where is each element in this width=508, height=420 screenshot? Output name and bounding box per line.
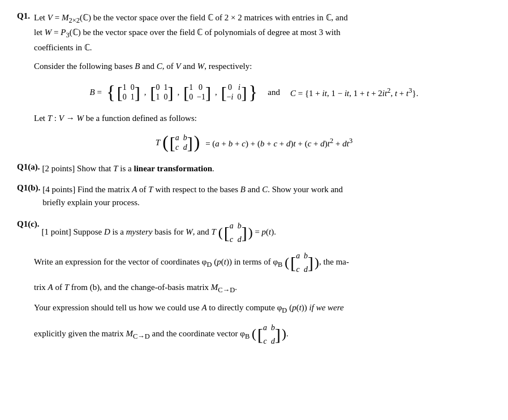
C-label: C = {1 + it, 1 − it, 1 + t + 2it2, t + t…: [290, 86, 419, 98]
q1c-T-expr: ( [ ab cd ] ): [218, 219, 253, 246]
q1b-points: [4 points]: [42, 185, 75, 194]
phi-D-sub1: D: [206, 261, 212, 269]
matrix-4: [ 0i −i0 ]: [221, 83, 247, 102]
matrix-1-inner: 10 01: [123, 83, 135, 102]
q1a-text: [2 points] Show that T is a linear trans…: [42, 162, 491, 175]
big-lparen: (: [162, 135, 169, 150]
left-bracket-2: [: [150, 85, 156, 100]
q1a-points: [2 points]: [42, 164, 75, 173]
left-brace: {: [106, 83, 115, 102]
matrix-2-inner: 01 10: [156, 83, 167, 102]
q1a-block: Q1(a). [2 points] Show that T is a linea…: [17, 162, 491, 175]
q1c-phi-lparen: (: [285, 257, 289, 269]
q1c-last-lparen: (: [252, 328, 256, 340]
B-label: B =: [90, 88, 102, 97]
q1c-right-bracket: ]: [242, 225, 247, 240]
func-formula: = (a + b + c) + (b + c + d)t + (c + d)t2…: [205, 137, 352, 149]
q1c-last-inner-mat: [ ab cd ]: [257, 321, 281, 348]
q1c-phi-mat-inner: ab cd: [296, 249, 308, 276]
q1c-matrix-inner: ab cd: [230, 219, 242, 246]
q1c-line2: trix A of T from (b), and the change-of-…: [34, 280, 491, 296]
func-def: Let T : V → W be a function defined as f…: [34, 112, 491, 125]
matrix-2: [ 01 10 ]: [150, 83, 173, 102]
comma-2: ,: [177, 88, 179, 97]
q1c-line4: explicitly given the matrix MC→D and the…: [34, 321, 491, 348]
page: Q1. Let V = M2×2(ℂ) be the vector space …: [17, 11, 491, 348]
T-left-bracket: [: [170, 135, 175, 150]
q1c-points: [1 point]: [42, 227, 71, 236]
right-brace: }: [248, 83, 257, 102]
consider-line: Consider the following bases B and C, of…: [34, 60, 491, 73]
left-bracket-3: [: [183, 85, 189, 100]
q1c-last-matrix: ( [ ab cd ] ): [252, 321, 286, 348]
q1-text: Let V = M2×2(ℂ) be the vector space over…: [34, 11, 491, 54]
big-rparen: ): [194, 135, 200, 150]
q1-header: Q1. Let V = M2×2(ℂ) be the vector space …: [17, 11, 491, 54]
q1c-phi-rb: ]: [308, 255, 313, 270]
matrix-3-inner: 10 0−1: [189, 83, 205, 102]
q1c-last-rb: ]: [275, 327, 281, 342]
comma-3: ,: [215, 88, 217, 97]
q1c-phi-inner-mat: [ ab cd ]: [290, 249, 313, 276]
q1c-phi-matrix: ( [ ab cd ] ): [285, 249, 319, 276]
q1c-line3: Your expression should tell us how we co…: [34, 301, 491, 317]
q1c-matrix: [ ab cd ]: [224, 219, 247, 246]
comma-1: ,: [144, 88, 147, 97]
M-sub-CD2: C→D: [133, 332, 150, 340]
q1a-header: Q1(a). [2 points] Show that T is a linea…: [17, 162, 491, 175]
phi-B-sub1: B: [278, 261, 282, 269]
right-bracket-2: ]: [167, 85, 173, 100]
q1c-label: Q1(c).: [17, 219, 40, 246]
phi-D-sub2: D: [282, 306, 287, 314]
and-label: and: [268, 88, 280, 97]
q1c-big-rparen: ): [248, 227, 253, 239]
T-matrix-inner: ab cd: [175, 133, 187, 152]
T-right-bracket: ]: [187, 135, 193, 150]
q1b-header: Q1(b). [4 points] Find the matrix A of T…: [17, 183, 491, 210]
right-bracket-4: ]: [241, 85, 247, 100]
q1-label: Q1.: [17, 11, 34, 54]
T-matrix: [ ab cd ]: [170, 133, 193, 152]
q1c-last-mat-inner: ab cd: [263, 321, 275, 348]
phi-B-sub2: B: [245, 332, 249, 340]
right-bracket-3: ]: [205, 85, 211, 100]
left-bracket-1: [: [117, 85, 123, 100]
q1b-label: Q1(b).: [17, 183, 40, 210]
matrix-4-inner: 0i −i0: [227, 83, 242, 102]
basis-row: B = { [ 10 01 ] , [ 01 10 ] , [ 10: [17, 83, 491, 102]
q1b-text: [4 points] Find the matrix A of T with r…: [42, 183, 491, 210]
q1b-block: Q1(b). [4 points] Find the matrix A of T…: [17, 183, 491, 210]
func-center: T ( [ ab cd ] ) = (a + b + c) + (b + c +…: [17, 133, 491, 152]
q1c-big-lparen: (: [218, 227, 223, 239]
matrix-1: [ 10 01 ]: [117, 83, 140, 102]
q1c-body: Write an expression for the vector of co…: [34, 249, 491, 347]
q1c-header-text: [1 point] Suppose D is a mystery basis f…: [42, 219, 276, 246]
q1c-phi-lb: [: [290, 255, 296, 270]
q1c-block: Q1(c). [1 point] Suppose D is a mystery …: [17, 219, 491, 347]
q1c-phi-rparen: ): [315, 257, 319, 269]
q1c-last-lb: [: [257, 327, 263, 342]
q1c-last-rparen: ): [282, 328, 286, 340]
left-bracket-4: [: [221, 85, 227, 100]
M-sub-CD: C→D: [218, 286, 235, 294]
linear-transformation-bold: linear transformation: [134, 164, 212, 173]
T-symbol: T: [156, 138, 160, 148]
q1c-line1: Write an expression for the vector of co…: [34, 249, 491, 276]
q1c-header-row: Q1(c). [1 point] Suppose D is a mystery …: [17, 219, 491, 246]
q1c-left-bracket: [: [224, 225, 230, 240]
right-bracket-1: ]: [135, 85, 140, 100]
matrix-3: [ 10 0−1 ]: [183, 83, 211, 102]
q1a-label: Q1(a).: [17, 162, 40, 175]
